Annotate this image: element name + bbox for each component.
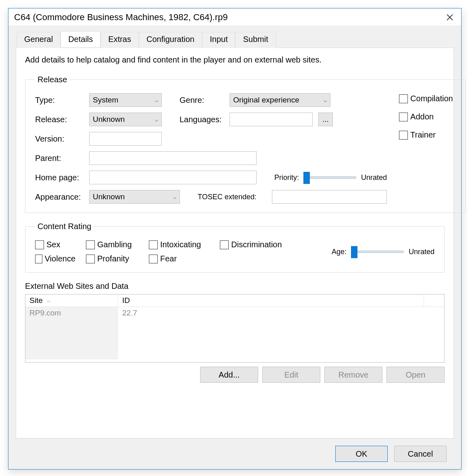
table-row[interactable]: RP9.com 22.7 <box>25 307 444 359</box>
checkbox-box <box>35 240 44 249</box>
languages-browse-button[interactable]: ... <box>318 113 333 126</box>
checkbox-box <box>399 94 408 103</box>
titlebar: C64 (Commodore Business Machines, 1982, … <box>8 8 461 25</box>
age-slider[interactable] <box>351 251 404 253</box>
close-icon <box>446 14 453 21</box>
priority-slider[interactable] <box>304 176 356 179</box>
homepage-label: Home page: <box>35 173 84 182</box>
window-title: C64 (Commodore Business Machines, 1982, … <box>14 12 228 23</box>
appearance-value: Unknown <box>93 192 125 201</box>
tab-details[interactable]: Details <box>61 31 100 47</box>
ok-button[interactable]: OK <box>335 446 388 462</box>
languages-input[interactable] <box>230 113 313 126</box>
cancel-button[interactable]: Cancel <box>394 446 447 462</box>
checkbox-discrimination[interactable]: Discrimination <box>220 240 282 249</box>
dialog-body: General Details Extras Configuration Inp… <box>8 25 461 469</box>
slider-thumb[interactable] <box>351 246 357 258</box>
checkbox-sex[interactable]: Sex <box>35 240 75 249</box>
checkbox-gambling[interactable]: Gambling <box>86 240 138 249</box>
tab-general[interactable]: General <box>17 32 61 48</box>
chevron-down-icon: ⌵ <box>324 97 327 103</box>
tab-strip: General Details Extras Configuration Inp… <box>16 32 454 48</box>
parent-label: Parent: <box>35 154 84 163</box>
trainer-label: Trainer <box>410 130 436 140</box>
content-rating-legend: Content Rating <box>35 222 94 231</box>
dialog-footer: OK Cancel <box>16 438 454 469</box>
external-legend: External Web Sites and Data <box>25 282 445 291</box>
column-site-header[interactable]: Site︿ <box>25 294 118 307</box>
release-value: Unknown <box>93 115 125 124</box>
type-value: System <box>93 96 118 104</box>
checkbox-box <box>86 255 95 263</box>
checkbox-box <box>86 240 95 249</box>
checkbox-profanity[interactable]: Profanity <box>86 254 138 263</box>
version-input[interactable] <box>89 132 162 146</box>
genre-value: Original experience <box>233 96 299 104</box>
release-label: Release: <box>35 115 84 124</box>
appearance-label: Appearance: <box>35 192 84 202</box>
cell-site: RP9.com <box>25 307 118 359</box>
column-spacer <box>424 294 444 307</box>
details-panel: Add details to help catalog and find con… <box>16 48 454 438</box>
external-sites-table[interactable]: Site︿ ID RP9.com 22.7 <box>25 294 445 363</box>
checkbox-box <box>399 131 408 140</box>
tosec-label: TOSEC extended: <box>198 193 266 201</box>
checkbox-box <box>149 255 158 263</box>
homepage-input[interactable] <box>89 171 257 184</box>
version-label: Version: <box>35 134 84 144</box>
type-select[interactable]: System ⌵ <box>89 93 162 107</box>
languages-label: Languages: <box>180 115 224 124</box>
tab-input[interactable]: Input <box>202 32 235 48</box>
parent-input[interactable] <box>89 151 257 165</box>
chevron-down-icon: ⌵ <box>155 116 158 123</box>
release-legend: Release <box>35 75 69 84</box>
age-value: Unrated <box>409 248 435 256</box>
close-button[interactable] <box>444 12 455 23</box>
type-label: Type: <box>35 96 84 105</box>
compilation-label: Compilation <box>410 94 453 103</box>
checkbox-box <box>35 255 42 263</box>
checkbox-fear[interactable]: Fear <box>149 254 177 263</box>
tab-submit[interactable]: Submit <box>235 32 276 48</box>
content-rating-group: Content Rating Sex Gambling Intoxicating… <box>25 222 445 273</box>
age-label: Age: <box>332 248 347 256</box>
release-group: Release Type: System ⌵ Genre: Original e… <box>25 75 466 213</box>
table-header: Site︿ ID <box>25 294 444 307</box>
checkbox-compilation[interactable]: Compilation <box>399 94 455 103</box>
tosec-input[interactable] <box>272 190 387 204</box>
column-id-header[interactable]: ID <box>118 294 424 307</box>
dialog: C64 (Commodore Business Machines, 1982, … <box>8 8 462 470</box>
external-buttons: Add... Edit Remove Open <box>25 367 445 383</box>
add-button[interactable]: Add... <box>200 367 258 383</box>
addon-label: Addon <box>410 112 434 121</box>
tab-configuration[interactable]: Configuration <box>139 32 202 48</box>
slider-thumb[interactable] <box>303 172 310 184</box>
checkbox-box <box>220 240 229 249</box>
chevron-down-icon: ⌵ <box>173 194 176 200</box>
checkbox-violence[interactable]: Violence <box>35 254 75 263</box>
checkbox-trainer[interactable]: Trainer <box>399 130 455 140</box>
chevron-down-icon: ⌵ <box>155 97 158 103</box>
checkbox-intoxicating[interactable]: Intoxicating <box>149 240 209 249</box>
checkbox-addon[interactable]: Addon <box>399 112 455 121</box>
checkbox-box <box>149 240 158 249</box>
genre-label: Genre: <box>180 96 224 105</box>
release-select[interactable]: Unknown ⌵ <box>89 113 162 126</box>
open-button[interactable]: Open <box>387 367 445 383</box>
appearance-select[interactable]: Unknown ⌵ <box>89 190 180 204</box>
cell-id: 22.7 <box>118 307 444 359</box>
tab-extras[interactable]: Extras <box>100 32 139 48</box>
sort-asc-icon: ︿ <box>47 298 51 304</box>
intro-text: Add details to help catalog and find con… <box>25 55 445 65</box>
priority-value: Unrated <box>361 173 387 182</box>
genre-select[interactable]: Original experience ⌵ <box>230 93 330 107</box>
priority-label: Priority: <box>274 173 299 182</box>
remove-button[interactable]: Remove <box>324 367 382 383</box>
checkbox-box <box>399 113 408 121</box>
edit-button[interactable]: Edit <box>262 367 320 383</box>
